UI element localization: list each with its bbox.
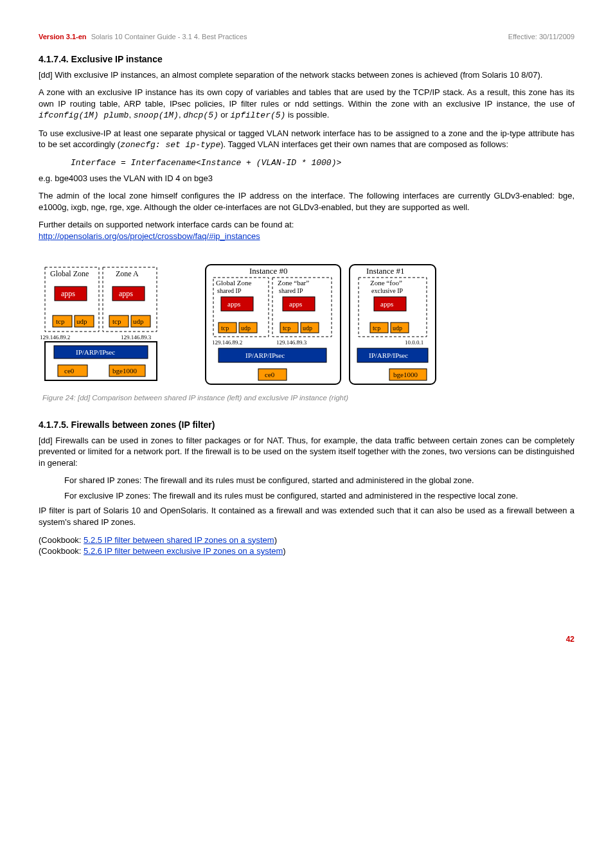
svg-text:Instance #0: Instance #0	[249, 266, 288, 276]
link-cookbook-exclusive[interactable]: 5.2.6 IP filter between exclusive IP zon…	[84, 546, 283, 556]
diagram-exclusive-ip: Instance #0 Global Zone Zone “bar” share…	[199, 261, 443, 389]
svg-text:Global Zone: Global Zone	[216, 279, 251, 287]
text: (Cookbook:	[39, 546, 84, 556]
svg-text:IP/ARP/IPsec: IP/ARP/IPsec	[369, 351, 408, 359]
svg-text:tcp: tcp	[221, 324, 229, 332]
svg-text:IP/ARP/IPsec: IP/ARP/IPsec	[245, 351, 285, 359]
svg-text:ce0: ce0	[64, 367, 75, 375]
para: e.g. bge4003 uses the VLAN with ID 4 on …	[39, 173, 574, 184]
svg-text:tcp: tcp	[373, 324, 380, 332]
svg-text:udp: udp	[76, 317, 87, 325]
code: ifconfig(1M) plumb	[39, 111, 129, 120]
svg-text:Zone A: Zone A	[116, 269, 139, 278]
svg-text:bge1000: bge1000	[393, 371, 418, 378]
svg-text:apps: apps	[289, 300, 302, 308]
para: The admin of the local zone himself conf…	[39, 190, 574, 213]
para: IP filter is part of Solaris 10 and Open…	[39, 505, 574, 527]
version-label: Version 3.1-en	[39, 33, 87, 40]
diagram-shared-ip: Global Zone Zone A apps apps tcp udp tcp…	[39, 261, 167, 389]
text: )	[283, 546, 285, 556]
svg-text:129.146.89.3: 129.146.89.3	[276, 339, 307, 346]
svg-text:Zone “foo”: Zone “foo”	[370, 279, 402, 287]
link-crossbow[interactable]: http://opensolaris.org/os/project/crossb…	[39, 231, 260, 241]
para: Further details on supported network int…	[39, 219, 574, 242]
svg-text:Zone “bar”: Zone “bar”	[278, 279, 309, 287]
code: snoop(1M)	[134, 111, 179, 120]
para: To use exclusive-IP at least one separat…	[39, 128, 574, 151]
svg-text:10.0.0.1: 10.0.0.1	[405, 339, 423, 346]
svg-text:exclusive IP: exclusive IP	[371, 287, 404, 294]
text: A zone with an exclusive IP instance has…	[39, 87, 574, 109]
svg-text:tcp: tcp	[56, 317, 65, 325]
svg-text:IP/ARP/IPsec: IP/ARP/IPsec	[76, 348, 115, 356]
para: [dd] With exclusive IP instances, an alm…	[39, 69, 574, 81]
section-heading-exclusive-ip: 4.1.7.4. Exclusive IP instance	[39, 53, 574, 66]
svg-text:tcp: tcp	[283, 324, 290, 332]
svg-text:129.146.89.2: 129.146.89.2	[212, 339, 242, 346]
svg-text:apps: apps	[61, 289, 75, 298]
code: zonecfg: set ip-type	[120, 140, 220, 150]
list-item: For exclusive IP zones: The firewall and…	[64, 490, 574, 502]
svg-text:shared IP: shared IP	[279, 287, 303, 294]
formula: Interface = Interfacename<Instance + (VL…	[71, 157, 574, 169]
svg-text:udp: udp	[133, 317, 144, 325]
code: ipfilter(5)	[231, 111, 286, 120]
svg-text:udp: udp	[303, 324, 312, 332]
svg-text:udp: udp	[393, 324, 402, 332]
svg-text:apps: apps	[227, 300, 240, 308]
svg-text:129.146.89.2: 129.146.89.2	[40, 334, 70, 341]
text: ). Tagged VLAN interfaces get their own …	[220, 139, 508, 149]
svg-text:Instance #1: Instance #1	[366, 266, 405, 276]
list-item: For shared IP zones: The firewall and it…	[64, 475, 574, 486]
para: A zone with an exclusive IP instance has…	[39, 87, 574, 121]
text: (Cookbook:	[39, 535, 84, 545]
page-header: Version 3.1-en Solaris 10 Container Guid…	[39, 32, 574, 42]
doc-title: Solaris 10 Container Guide - 3.1 4. Best…	[91, 33, 247, 40]
cookbook-line: (Cookbook: 5.2.5 IP filter between share…	[39, 535, 574, 557]
text: )	[274, 535, 277, 545]
svg-text:ce0: ce0	[265, 371, 275, 378]
svg-text:tcp: tcp	[112, 317, 121, 325]
svg-text:apps: apps	[119, 289, 133, 298]
svg-text:apps: apps	[380, 300, 393, 308]
svg-text:129.146.89.3: 129.146.89.3	[121, 334, 152, 341]
svg-text:bge1000: bge1000	[112, 367, 137, 375]
svg-text:udp: udp	[241, 324, 251, 332]
figure-caption: Figure 24: [dd] Comparison between share…	[42, 393, 574, 403]
para: [dd] Firewalls can be used in zones to f…	[39, 435, 574, 469]
section-heading-firewalls: 4.1.7.5. Firewalls between zones (IP fil…	[39, 419, 574, 431]
effective-date: Effective: 30/11/2009	[508, 32, 574, 42]
page-number: 42	[39, 634, 574, 644]
text: Further details on supported network int…	[39, 220, 294, 229]
link-cookbook-shared[interactable]: 5.2.5 IP filter between shared IP zones …	[84, 535, 274, 545]
code: dhcp(5)	[183, 111, 218, 120]
text: is possible.	[288, 110, 329, 120]
svg-text:Global Zone: Global Zone	[50, 269, 89, 278]
figure-row: Global Zone Zone A apps apps tcp udp tcp…	[39, 261, 574, 389]
svg-text:shared IP: shared IP	[217, 287, 242, 294]
